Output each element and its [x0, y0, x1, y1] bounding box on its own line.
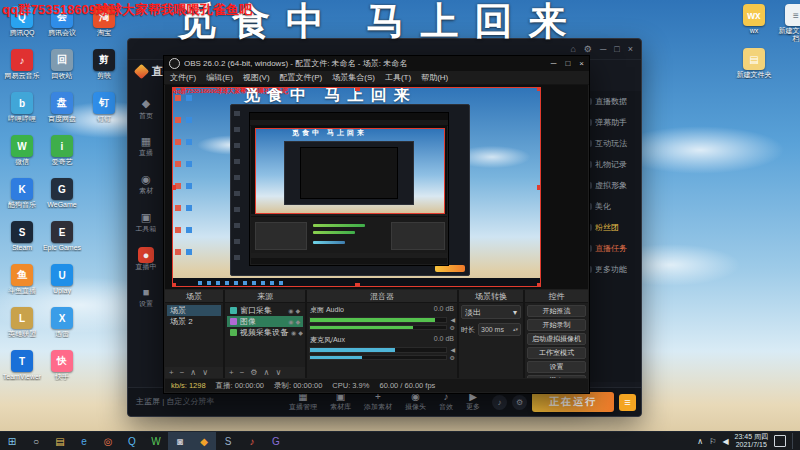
desktop-icon[interactable]: 钉 钉钉 [84, 92, 124, 135]
desktop-icon[interactable]: wx wx [734, 4, 774, 48]
desktop-icon[interactable]: ♪ 网易云音乐 [2, 49, 42, 92]
toolbar-item[interactable]: ▶ 更多 [466, 392, 480, 412]
sidebar-item[interactable]: ● 直播中 [129, 245, 163, 271]
lock-icon[interactable]: ◆ [295, 318, 300, 325]
selection-handle[interactable] [355, 283, 360, 287]
toolbar-item[interactable]: ◉ 摄像头 [405, 392, 426, 412]
taskbar-app-icon[interactable]: ⊞ [0, 432, 24, 450]
sources-toolbar-button[interactable]: ∧ [264, 368, 270, 377]
taskbar-app-icon[interactable]: ◎ [96, 432, 120, 450]
speaker-icon[interactable]: ◀ [450, 316, 455, 323]
feature-panel-item[interactable]: 美化 [585, 201, 637, 212]
scenes-toolbar-button[interactable]: ∨ [202, 368, 208, 377]
window-control-button[interactable]: × [579, 59, 584, 68]
taskbar-app-icon[interactable]: S [216, 432, 240, 450]
menu-button[interactable]: ≡ [619, 394, 636, 411]
lock-icon[interactable]: ◆ [295, 307, 300, 314]
feature-panel-item[interactable]: 粉丝团 [585, 222, 637, 233]
scene-row[interactable]: 场景 2 [167, 316, 221, 327]
sidebar-item[interactable]: ▣ 工具箱 [129, 207, 163, 234]
taskbar-app-icon[interactable]: ◆ [192, 432, 216, 450]
feature-panel-item[interactable]: 虚拟形象 [585, 180, 637, 191]
scene-row[interactable]: 场景 [167, 305, 221, 316]
control-button[interactable]: 设置 [527, 361, 586, 373]
control-button[interactable]: 开始录制 [527, 319, 586, 331]
sidebar-item[interactable]: ◉ 素材 [129, 169, 163, 196]
duration-spinner[interactable]: 300 ms ▴▾ [478, 323, 521, 336]
feature-panel-item[interactable]: 弹幕助手 [585, 117, 637, 128]
feature-panel-item[interactable]: 直播任务 [585, 243, 637, 254]
desktop-icon[interactable]: ≡ 新建文本文档 [776, 4, 800, 48]
sources-toolbar-button[interactable]: + [229, 368, 234, 377]
selection-handle[interactable] [537, 185, 541, 190]
selection-handle[interactable] [172, 185, 176, 190]
taskbar-app-icon[interactable]: Q [120, 432, 144, 450]
taskbar-app-icon[interactable]: W [144, 432, 168, 450]
notification-center-icon[interactable] [774, 435, 786, 447]
control-button[interactable]: 工作室模式 [527, 347, 586, 359]
companion-titlebar-icon[interactable]: ⚙ [584, 44, 592, 54]
transition-select[interactable]: 淡出 ▾ [461, 305, 521, 319]
source-row[interactable]: 图像 ◉◆ [227, 316, 303, 327]
lock-icon[interactable]: ◆ [298, 329, 303, 336]
menu-item[interactable]: 文件(F) [170, 72, 196, 83]
desktop-icon[interactable]: 剪 剪映 [84, 49, 124, 92]
taskbar-app-icon[interactable]: ◙ [168, 432, 192, 450]
menu-item[interactable]: 帮助(H) [421, 72, 448, 83]
toolbar-item[interactable]: ▣ 素材库 [330, 392, 351, 412]
sources-toolbar-button[interactable]: − [240, 368, 245, 377]
selection-handle[interactable] [537, 87, 541, 91]
source-row[interactable]: 视频采集设备 ◉◆ [227, 327, 303, 338]
obs-titlebar[interactable]: OBS 26.0.2 (64-bit, windows) - 配置文件: 未命名… [164, 56, 589, 71]
companion-titlebar-icon[interactable]: ─ [600, 44, 606, 54]
tray-icon[interactable]: ◀ [722, 437, 728, 446]
desktop-icon[interactable]: U Uplay [42, 264, 82, 307]
desktop-icon[interactable]: E Epic Games [42, 221, 82, 264]
selection-handle[interactable] [172, 87, 176, 91]
channel-settings-icon[interactable]: ⚙ [450, 324, 455, 331]
settings-button[interactable]: ⚙ [512, 395, 527, 410]
taskbar-app-icon[interactable]: ○ [24, 432, 48, 450]
taskbar-app-icon[interactable]: e [72, 432, 96, 450]
taskbar-app-icon[interactable]: G [264, 432, 288, 450]
desktop-icon[interactable]: W 微信 [2, 135, 42, 178]
taskbar-app-icon[interactable]: ▤ [48, 432, 72, 450]
speaker-icon[interactable]: ◀ [450, 346, 455, 353]
desktop-icon[interactable]: ▤ 新建文件夹 [734, 48, 774, 92]
scenes-toolbar-button[interactable]: ∧ [190, 368, 196, 377]
taskbar-app-icon[interactable]: ♪ [240, 432, 264, 450]
tray-icon[interactable]: ⚐ [709, 437, 716, 446]
menu-item[interactable]: 编辑(E) [206, 72, 233, 83]
desktop-icon[interactable]: X 迅雷 [42, 307, 82, 350]
desktop-icon[interactable]: K 酷狗音乐 [2, 178, 42, 221]
feature-panel-item[interactable]: 互动玩法 [585, 138, 637, 149]
visibility-eye-icon[interactable]: ◉ [291, 329, 296, 336]
selection-handle[interactable] [355, 87, 360, 91]
source-row[interactable]: 窗口采集 ◉◆ [227, 305, 303, 316]
menu-item[interactable]: 视图(V) [243, 72, 270, 83]
sidebar-item[interactable]: ▦ 直播 [129, 131, 163, 158]
desktop-icon[interactable]: b 哔哩哔哩 [2, 92, 42, 135]
window-control-button[interactable]: □ [565, 59, 570, 68]
menu-item[interactable]: 配置文件(P) [280, 72, 323, 83]
channel-settings-icon[interactable]: ⚙ [450, 354, 455, 361]
visibility-eye-icon[interactable]: ◉ [288, 318, 293, 325]
scenes-toolbar-button[interactable]: + [169, 368, 174, 377]
sidebar-item[interactable]: ◆ 首页 [129, 93, 163, 120]
desktop-icon[interactable]: 回 回收站 [42, 49, 82, 92]
tray-icon[interactable]: ∧ [697, 437, 703, 446]
clock[interactable]: 23:45 周四 2021/7/15 [735, 433, 768, 450]
running-status-button[interactable]: 正在运行 [532, 392, 614, 412]
feature-panel-item[interactable]: 礼物记录 [585, 159, 637, 170]
companion-titlebar-icon[interactable]: □ [614, 44, 619, 54]
desktop-icon[interactable]: 快 快手 [42, 350, 82, 393]
scenes-toolbar-button[interactable]: − [180, 368, 185, 377]
sources-toolbar-button[interactable]: ⚙ [250, 368, 257, 377]
control-button[interactable]: 开始推流 [527, 305, 586, 317]
desktop-icon[interactable]: G WeGame [42, 178, 82, 221]
menu-item[interactable]: 场景集合(S) [332, 72, 375, 83]
desktop-icon[interactable]: L 英雄联盟 [2, 307, 42, 350]
toolbar-item[interactable]: ▦ 直播管理 [289, 392, 317, 412]
sound-button[interactable]: ♪ [492, 395, 507, 410]
desktop-icon[interactable]: 盘 百度网盘 [42, 92, 82, 135]
